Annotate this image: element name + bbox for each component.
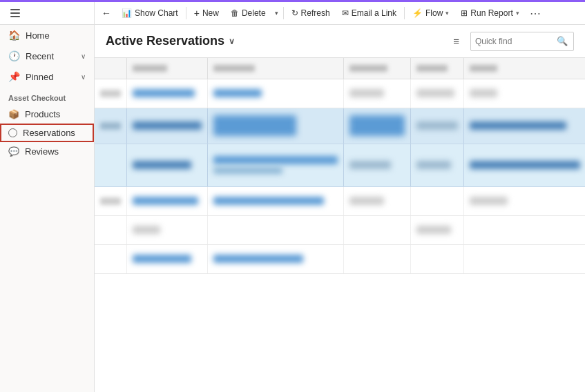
products-label: Products	[25, 109, 60, 119]
recent-expand-icon: ∨	[81, 52, 86, 60]
refresh-button[interactable]: ↻ Refresh	[286, 4, 336, 22]
back-button[interactable]: ←	[97, 4, 115, 22]
delete-dropdown[interactable]: ▾	[272, 4, 281, 22]
reservations-icon	[8, 128, 17, 137]
search-input[interactable]	[471, 37, 553, 46]
email-link-button[interactable]: ✉ Email a Link	[336, 4, 402, 22]
products-icon: 📦	[8, 109, 19, 119]
sidebar-item-products[interactable]: 📦 Products	[0, 105, 94, 124]
header-row	[95, 58, 585, 79]
run-report-dropdown-icon: ▾	[516, 10, 519, 17]
sidebar-item-reviews[interactable]: 💬 Reviews	[0, 142, 94, 161]
recent-icon: 🕐	[8, 50, 20, 61]
search-button[interactable]: 🔍	[553, 36, 572, 46]
view-header: Active Reservations ∨ ≡ 🔍	[95, 25, 585, 58]
delete-icon: 🗑	[231, 8, 239, 18]
table-row[interactable]	[95, 108, 585, 144]
reviews-icon: 💬	[8, 146, 19, 157]
sidebar-item-recent[interactable]: 🕐 Recent ∨	[0, 46, 94, 66]
pinned-expand-icon: ∨	[81, 73, 86, 81]
view-title-arrow-icon[interactable]: ∨	[229, 37, 235, 46]
sidebar-item-home[interactable]: 🏠 Home	[0, 25, 94, 46]
separator-3	[404, 7, 405, 19]
col-header-5	[411, 58, 464, 79]
new-button[interactable]: + New	[189, 4, 224, 22]
sidebar: 🏠 Home 🕐 Recent ∨ 📌 Pinned ∨ Asset Check…	[0, 25, 95, 392]
back-icon: ←	[102, 8, 111, 19]
data-grid	[95, 58, 585, 274]
filter-button[interactable]: ≡	[448, 32, 465, 50]
flow-icon: ⚡	[412, 8, 423, 18]
main-layout: 🏠 Home 🕐 Recent ∨ 📌 Pinned ∨ Asset Check…	[0, 25, 585, 392]
search-box: 🔍	[470, 32, 574, 51]
sidebar-section-header: Asset Checkout	[0, 87, 94, 105]
content-area: Active Reservations ∨ ≡ 🔍	[95, 25, 585, 392]
new-icon: +	[194, 8, 200, 19]
pinned-label: Pinned	[26, 72, 53, 82]
sidebar-item-reservations[interactable]: Reservations	[0, 124, 94, 142]
col-header-1	[95, 58, 127, 79]
table-row[interactable]	[95, 144, 585, 186]
more-icon: ⋯	[530, 8, 541, 19]
sidebar-item-pinned[interactable]: 📌 Pinned ∨	[0, 66, 94, 87]
flow-label: Flow	[425, 8, 443, 18]
toolbar-buttons: ← 📊 Show Chart + New 🗑 Delete ▾ ↻ Refres…	[95, 2, 548, 24]
chart-icon: 📊	[122, 8, 132, 18]
new-label: New	[202, 8, 219, 18]
view-title-text: Active Reservations	[106, 34, 224, 48]
show-chart-button[interactable]: 📊 Show Chart	[116, 4, 184, 22]
table-row[interactable]	[95, 215, 585, 244]
home-label: Home	[26, 30, 50, 41]
col-header-6	[464, 58, 586, 79]
separator-1	[186, 7, 186, 19]
hamburger-icon	[10, 9, 20, 17]
home-icon: 🏠	[8, 30, 20, 41]
filter-icon: ≡	[453, 35, 459, 47]
run-report-button[interactable]: ⊞ Run Report ▾	[455, 4, 524, 22]
col-header-4	[344, 58, 411, 79]
table-row[interactable]	[95, 79, 585, 108]
grid-area[interactable]	[95, 58, 585, 392]
run-report-label: Run Report	[470, 8, 512, 18]
reservations-label: Reservations	[23, 128, 75, 138]
table-row[interactable]	[95, 244, 585, 273]
email-icon: ✉	[342, 8, 349, 18]
refresh-icon: ↻	[291, 8, 298, 18]
more-options-button[interactable]: ⋯	[526, 4, 545, 22]
email-link-label: Email a Link	[352, 8, 396, 18]
flow-button[interactable]: ⚡ Flow ▾	[407, 4, 454, 22]
sidebar-toggle-area	[0, 2, 95, 24]
delete-button[interactable]: 🗑 Delete	[225, 4, 271, 22]
hamburger-button[interactable]	[6, 3, 25, 23]
pinned-icon: 📌	[8, 71, 20, 82]
show-chart-label: Show Chart	[135, 8, 178, 18]
col-header-3	[208, 58, 344, 79]
separator-2	[283, 7, 284, 19]
view-title: Active Reservations ∨	[106, 34, 235, 48]
main-toolbar: ← 📊 Show Chart + New 🗑 Delete ▾ ↻ Refres…	[0, 2, 585, 25]
col-header-2	[127, 58, 208, 79]
recent-label: Recent	[26, 51, 54, 61]
reviews-label: Reviews	[25, 146, 59, 157]
search-icon: 🔍	[557, 36, 568, 46]
flow-dropdown-icon: ▾	[445, 10, 449, 17]
table-row[interactable]	[95, 186, 585, 215]
delete-label: Delete	[242, 8, 266, 18]
run-report-icon: ⊞	[461, 8, 468, 18]
refresh-label: Refresh	[301, 8, 330, 18]
